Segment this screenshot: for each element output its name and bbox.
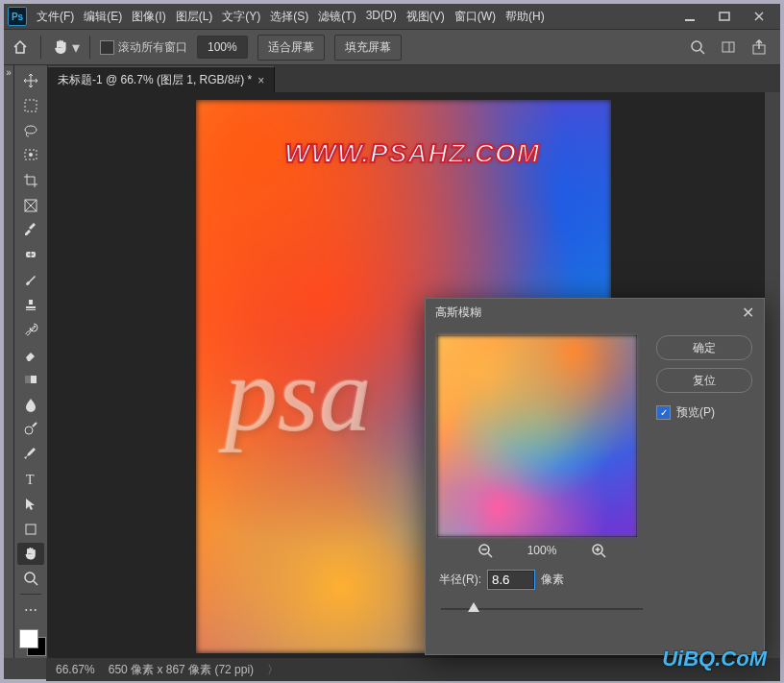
color-wells[interactable] [17,627,44,658]
checkbox-checked-icon[interactable]: ✓ [656,405,671,420]
type-tool[interactable]: T [17,468,44,491]
radius-input[interactable] [488,571,534,589]
vertical-scrollbar[interactable] [764,92,780,658]
dialog-preview-image [438,336,636,536]
frame-tool[interactable] [17,194,44,217]
scroll-all-checkbox[interactable]: 滚动所有窗口 [100,39,187,56]
preview-checkbox[interactable]: ✓ 预览(P) [656,404,752,421]
document-tab[interactable]: 未标题-1 @ 66.7% (图层 1, RGB/8#) * × [48,66,275,92]
checkbox-box[interactable] [100,40,114,55]
svg-point-25 [25,573,35,582]
left-panel-collapsed[interactable]: » [4,65,14,658]
gaussian-blur-dialog: 高斯模糊 ✕ 100% 半径(R): [425,298,765,655]
foreground-color[interactable] [19,629,38,648]
search-icon[interactable] [690,39,707,55]
svg-line-22 [33,423,37,427]
menu-edit[interactable]: 编辑(E) [80,9,126,25]
eraser-tool[interactable] [17,343,44,366]
svg-point-10 [25,126,37,134]
reset-button[interactable]: 复位 [656,368,752,393]
options-bar: ▾ 滚动所有窗口 100% 适合屏幕 填充屏幕 [4,29,780,65]
status-chevron-icon[interactable]: 〉 [267,662,279,678]
zoom-value-button[interactable]: 100% [197,36,248,59]
menu-select[interactable]: 选择(S) [266,9,312,25]
menu-text[interactable]: 文字(Y) [218,9,264,25]
page-watermark: UiBQ.CoM [662,646,767,671]
marquee-tool[interactable] [17,94,44,117]
svg-rect-9 [25,100,37,111]
home-icon[interactable] [10,37,31,58]
ok-button[interactable]: 确定 [656,335,752,360]
title-bar: Ps 文件(F) 编辑(E) 图像(I) 图层(L) 文字(Y) 选择(S) 滤… [4,4,780,29]
move-tool[interactable] [17,69,44,92]
hand-tool-icon[interactable]: ▾ [51,37,80,57]
menu-help[interactable]: 帮助(H) [502,9,549,25]
dodge-tool[interactable] [17,418,44,441]
share-icon[interactable] [751,39,769,55]
svg-point-12 [29,153,33,157]
menu-layer[interactable]: 图层(L) [172,9,217,25]
menu-filter[interactable]: 滤镜(T) [314,9,359,25]
close-window-button[interactable] [742,7,776,26]
dialog-close-icon[interactable]: ✕ [742,304,754,322]
app-icon: Ps [8,7,27,26]
svg-line-26 [34,581,37,585]
menu-view[interactable]: 视图(V) [403,9,449,25]
lasso-tool[interactable] [17,119,44,142]
workspace-icon[interactable] [721,39,738,55]
tool-palette: T ⋯ [14,65,48,658]
divider [89,36,90,59]
preview-checkbox-label: 预览(P) [676,404,715,421]
status-doc-info[interactable]: 650 像素 x 867 像素 (72 ppi) [109,662,254,678]
svg-text:T: T [26,473,35,487]
zoom-in-icon[interactable] [591,543,606,558]
radius-unit: 像素 [541,572,564,588]
shape-tool[interactable] [17,518,44,541]
edit-toolbar-icon[interactable]: ⋯ [17,598,44,622]
expand-panel-icon[interactable]: » [6,67,12,78]
zoom-out-icon[interactable] [478,543,493,558]
crop-tool[interactable] [17,169,44,192]
scroll-all-label: 滚动所有窗口 [118,39,187,56]
heal-tool[interactable] [17,243,44,266]
history-brush-tool[interactable] [17,318,44,341]
dialog-title-bar[interactable]: 高斯模糊 ✕ [426,299,764,326]
svg-point-4 [692,41,701,51]
menu-image[interactable]: 图像(I) [128,9,169,25]
maximize-button[interactable] [707,7,742,26]
svg-rect-24 [26,524,36,534]
minimize-button[interactable] [673,7,707,26]
eyedropper-tool[interactable] [17,219,44,242]
fit-screen-button[interactable]: 适合屏幕 [257,35,325,61]
stamp-tool[interactable] [17,293,44,316]
document-tab-label: 未标题-1 @ 66.7% (图层 1, RGB/8#) * [58,72,252,88]
menu-window[interactable]: 窗口(W) [451,9,500,25]
dialog-preview[interactable] [437,335,637,537]
canvas-script-text: psa [225,334,372,456]
path-select-tool[interactable] [17,493,44,516]
menu-3d[interactable]: 3D(D) [362,9,401,25]
svg-rect-1 [720,12,729,20]
divider [40,36,41,59]
svg-rect-6 [723,42,734,52]
blur-tool[interactable] [17,393,44,416]
radius-label: 半径(R): [439,572,481,588]
radius-slider[interactable] [437,601,647,617]
status-zoom[interactable]: 66.67% [56,663,95,676]
menu-file[interactable]: 文件(F) [33,9,78,25]
hand-tool[interactable] [17,543,44,566]
fill-screen-button[interactable]: 填充屏幕 [334,35,402,61]
quick-select-tool[interactable] [17,144,44,167]
dialog-title: 高斯模糊 [435,305,481,321]
svg-line-33 [601,553,605,557]
svg-point-21 [25,427,33,434]
slider-thumb[interactable] [468,602,479,612]
svg-line-5 [700,50,704,54]
close-tab-icon[interactable]: × [257,74,264,87]
pen-tool[interactable] [17,443,44,466]
zoom-tool[interactable] [17,567,44,590]
gradient-tool[interactable] [17,368,44,391]
svg-rect-20 [25,376,31,383]
canvas-watermark-text: WWW.PSAHZ.COM [284,138,540,169]
brush-tool[interactable] [17,268,44,291]
